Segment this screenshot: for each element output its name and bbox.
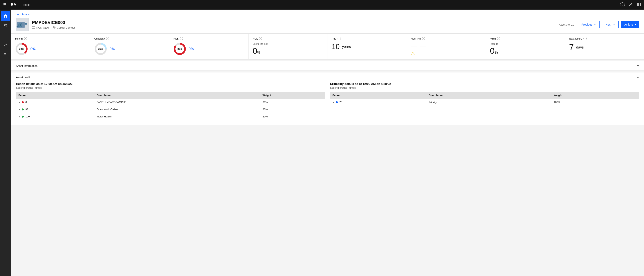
risk-card: Risk i 85% 0%: [170, 34, 248, 59]
svg-rect-1: [637, 3, 638, 4]
criticality-row-weight: 100%: [551, 99, 639, 106]
asset-health-header[interactable]: Asset health ∧: [11, 72, 644, 82]
health-row-weight: 20%: [260, 106, 325, 113]
age-value: 10: [332, 42, 340, 51]
sidebar-item-list[interactable]: [1, 30, 10, 40]
help-icon[interactable]: ?: [620, 2, 625, 7]
sidebar-item-people[interactable]: [1, 50, 10, 59]
age-card: Age i 10 years: [328, 34, 407, 59]
asset-location: Capitol Corridor: [53, 26, 75, 29]
next-failure-title: Next failure i: [569, 37, 640, 40]
risk-info-icon[interactable]: i: [180, 37, 183, 40]
svg-rect-20: [18, 25, 20, 27]
row-expand-icon[interactable]: ∨: [18, 101, 20, 104]
svg-rect-3: [640, 3, 640, 4]
table-row: ∨ 100 Meter Health 20%: [16, 113, 325, 120]
criticality-col-score: Score: [330, 92, 426, 99]
criticality-info-icon[interactable]: i: [106, 37, 109, 40]
back-arrow-icon[interactable]: ←: [16, 12, 20, 16]
score-dot: [22, 101, 24, 103]
topnav-right-icons: ?: [620, 2, 641, 8]
next-button[interactable]: Next →: [602, 21, 619, 28]
brand-logo: IBM: [10, 3, 17, 7]
svg-point-19: [20, 24, 21, 26]
mrr-card: MRR i Ratio is 0%: [486, 34, 565, 59]
criticality-details-title: Criticality details as of 12:00 AM on 4/…: [330, 82, 639, 86]
apps-icon[interactable]: [637, 2, 641, 8]
next-label: Next: [606, 23, 611, 26]
score-dot: [336, 101, 338, 103]
breadcrumb: ← Assets /: [16, 12, 639, 16]
previous-button[interactable]: Previous ←: [578, 21, 600, 28]
asset-information-header[interactable]: Asset information ∨: [11, 61, 644, 71]
criticality-value-area: 25% 0%: [94, 42, 165, 55]
svg-rect-11: [4, 34, 7, 34]
next-failure-card: Next failure i 7 days: [565, 34, 644, 59]
mrr-unit: %: [494, 50, 498, 54]
previous-arrow-icon: ←: [594, 23, 596, 26]
health-details-section: Health details as of 12:00 AM on 4/28/22…: [16, 82, 325, 120]
next-failure-unit: days: [576, 45, 584, 50]
health-info-icon[interactable]: i: [24, 37, 27, 40]
actions-button[interactable]: Actions ▾: [621, 21, 639, 28]
table-row: ∨ 98 Open Work Orders 20%: [16, 106, 325, 113]
criticality-table: Score Contributor Weight ∨ 25 Priority 1…: [330, 92, 639, 106]
health-title: Health i: [15, 37, 86, 40]
rul-info-icon[interactable]: i: [259, 37, 262, 40]
sidebar-item-chart[interactable]: [1, 40, 10, 50]
asset-information-label: Asset information: [16, 64, 38, 68]
asset-image: [16, 18, 29, 31]
risk-pct: 0%: [188, 47, 194, 51]
health-donut: 39%: [15, 42, 28, 55]
age-value-area: 10 years: [332, 42, 403, 51]
sidebar-item-predict[interactable]: [1, 11, 10, 21]
actions-chevron-icon: ▾: [634, 23, 636, 26]
svg-rect-4: [637, 4, 638, 5]
asset-counter-text: Asset 3 of 10: [559, 23, 574, 26]
health-row-weight: 60%: [260, 99, 325, 106]
health-scoring-group: Scoring group: Pumps: [16, 86, 325, 89]
metrics-row: Health i 39% 0% Criticality i: [11, 34, 644, 60]
row-expand-icon[interactable]: ∨: [332, 101, 334, 104]
next-pm-card: Next PM i — — ⚠: [407, 34, 486, 59]
criticality-pct: 0%: [110, 47, 115, 51]
rul-card: RUL i Useful life is at 0%: [248, 34, 328, 59]
health-col-score: Score: [16, 92, 94, 99]
menu-icon[interactable]: ☰: [3, 2, 6, 7]
asset-health-body: Health details as of 12:00 AM on 4/28/22…: [11, 82, 644, 125]
health-row-contributor: Open Work Orders: [94, 106, 260, 113]
next-pm-info-icon[interactable]: i: [422, 37, 425, 40]
row-expand-icon[interactable]: ∨: [18, 108, 20, 111]
svg-rect-22: [32, 26, 35, 28]
svg-rect-9: [640, 5, 640, 6]
asset-header-row: PMPDEVICE003 NON-OEM Capitol Corridor As…: [16, 18, 639, 31]
asset-oem: NON-OEM: [32, 26, 49, 29]
asset-name: PMPDEVICE003: [32, 20, 559, 25]
warning-icon: ⚠: [411, 51, 482, 56]
health-row-score: ∨ 0: [16, 99, 94, 106]
user-icon[interactable]: [629, 2, 633, 8]
score-dot: [22, 116, 24, 118]
svg-rect-17: [25, 23, 27, 24]
next-failure-info-icon[interactable]: i: [584, 37, 587, 40]
next-failure-value-area: 7 days: [569, 42, 640, 52]
svg-rect-13: [4, 36, 7, 36]
breadcrumb-separator: /: [30, 13, 30, 16]
score-dot: [22, 108, 24, 110]
svg-rect-5: [638, 4, 640, 5]
asset-oem-label: NON-OEM: [36, 26, 49, 29]
criticality-title: Criticality i: [94, 37, 165, 40]
health-col-weight: Weight: [260, 92, 325, 99]
risk-value-area: 85% 0%: [174, 42, 244, 55]
svg-point-23: [54, 27, 55, 28]
health-table: Score Contributor Weight ∨ 0 FACRULYEARS…: [16, 92, 325, 120]
sidebar-item-location[interactable]: [1, 21, 10, 30]
mrr-value: 0: [490, 46, 494, 56]
asset-information-chevron-icon: ∨: [637, 64, 639, 68]
mrr-info-icon[interactable]: i: [497, 37, 500, 40]
breadcrumb-assets-link[interactable]: Assets: [22, 13, 29, 16]
row-expand-icon[interactable]: ∨: [18, 115, 20, 118]
criticality-col-contributor: Contributor: [426, 92, 551, 99]
age-info-icon[interactable]: i: [338, 37, 341, 40]
actions-label: Actions: [624, 23, 634, 26]
